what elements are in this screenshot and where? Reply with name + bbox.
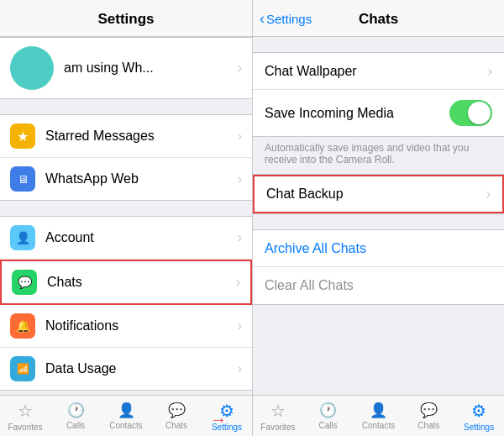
whatsapp-web-icon: 🖥 <box>10 166 35 192</box>
chats-icon: 💬 <box>12 270 37 295</box>
avatar <box>10 46 54 90</box>
calls-label-r: Calls <box>319 421 338 430</box>
calls-label: Calls <box>66 421 85 430</box>
chat-backup-item[interactable]: Chat Backup › <box>253 175 504 213</box>
chats-label: Chats <box>47 275 236 290</box>
chats-chevron: › <box>236 275 240 290</box>
chats-tab-label-r: Chats <box>417 421 439 430</box>
favorites-icon-r: ☆ <box>270 401 286 421</box>
favorites-icon: ☆ <box>18 401 33 421</box>
archive-all-label: Archive All Chats <box>265 241 492 256</box>
tab-chats-left[interactable]: 💬 Chats → <box>151 402 202 430</box>
starred-chevron: › <box>238 129 242 144</box>
back-label: Settings <box>266 12 312 26</box>
account-label: Account <box>45 230 238 245</box>
tab-favorites-right[interactable]: ☆ Favorites <box>253 401 303 432</box>
chats-item[interactable]: 💬 Chats › <box>0 260 252 305</box>
back-chevron-icon: ‹ <box>260 10 265 28</box>
right-section-3: Archive All Chats Clear All Chats <box>253 229 504 305</box>
right-section-1: Chat Wallpaper › Save Incoming Media <box>253 52 504 137</box>
tab-calls-right[interactable]: 🕐 Calls <box>303 402 354 430</box>
starred-label: Starred Messages <box>45 129 238 144</box>
right-group-3: Archive All Chats Clear All Chats <box>253 229 504 305</box>
data-usage-label: Data Usage <box>45 361 238 376</box>
settings-icon-r: ⚙ <box>471 401 486 421</box>
profile-chevron: › <box>238 60 242 76</box>
right-title: Chats <box>359 11 398 28</box>
right-panel: ‹ Settings Chats Chat Wallpaper › Save I… <box>252 0 504 436</box>
left-title: Settings <box>97 11 154 28</box>
left-tab-bar: ☆ Favorites 🕐 Calls 👤 Contacts 💬 Chats →… <box>0 395 252 436</box>
whatsapp-web-label: WhatsApp Web <box>45 171 238 186</box>
whatsapp-web-chevron: › <box>238 171 242 186</box>
arrow-icon: → <box>210 410 227 429</box>
right-group-2: Chat Backup › <box>253 174 504 214</box>
chat-backup-chevron: › <box>486 186 491 202</box>
tab-settings-right[interactable]: ⚙ Settings <box>454 401 504 432</box>
clear-all-label: Clear All Chats <box>265 278 492 293</box>
favorites-label: Favorites <box>8 423 42 432</box>
profile-item[interactable]: am using Wh... › <box>0 37 252 99</box>
left-panel: Settings am using Wh... › ★ Starred Mess… <box>0 0 252 436</box>
whatsapp-web-item[interactable]: 🖥 WhatsApp Web › <box>0 158 252 200</box>
contacts-icon: 👤 <box>118 402 135 419</box>
right-content: Chat Wallpaper › Save Incoming Media Aut… <box>253 37 504 395</box>
calls-icon: 🕐 <box>67 402 85 419</box>
save-media-label: Save Incoming Media <box>265 106 449 121</box>
starred-icon: ★ <box>10 123 35 149</box>
notifications-chevron: › <box>238 318 242 334</box>
left-header: Settings <box>0 0 252 37</box>
data-usage-chevron: › <box>238 361 242 376</box>
chat-wallpaper-label: Chat Wallpaper <box>265 64 488 79</box>
data-usage-item[interactable]: 📶 Data Usage › <box>0 348 252 390</box>
settings-list: am using Wh... › ★ Starred Messages › 🖥 … <box>0 37 252 395</box>
save-media-toggle[interactable] <box>449 100 492 126</box>
account-item[interactable]: 👤 Account › <box>0 217 252 260</box>
notifications-item[interactable]: 🔔 Notifications › <box>0 305 252 348</box>
toggle-knob <box>468 102 491 124</box>
notifications-icon: 🔔 <box>10 313 35 339</box>
save-media-item[interactable]: Save Incoming Media <box>253 90 504 136</box>
settings-group-2: 👤 Account › 💬 Chats › 🔔 Notifications › … <box>0 216 252 391</box>
back-button[interactable]: ‹ Settings <box>260 10 312 28</box>
calls-icon-r: 🕐 <box>319 402 337 419</box>
tab-settings-left[interactable]: ⚙ Settings <box>202 401 252 432</box>
starred-messages-item[interactable]: ★ Starred Messages › <box>0 115 252 158</box>
chat-backup-section: Chat Backup › <box>253 174 504 214</box>
archive-all-item[interactable]: Archive All Chats <box>253 230 504 267</box>
account-icon: 👤 <box>10 225 35 250</box>
settings-group-1: ★ Starred Messages › 🖥 WhatsApp Web › <box>0 114 252 201</box>
tab-calls-left[interactable]: 🕐 Calls <box>50 402 101 430</box>
tab-contacts-right[interactable]: 👤 Contacts <box>354 402 404 430</box>
settings-label-r: Settings <box>464 423 494 432</box>
chats-tab-label: Chats <box>165 421 187 430</box>
profile-info: am using Wh... <box>64 60 238 76</box>
clear-all-item[interactable]: Clear All Chats <box>253 267 504 304</box>
account-chevron: › <box>238 230 242 245</box>
contacts-label: Contacts <box>109 421 142 430</box>
right-header: ‹ Settings Chats <box>253 0 504 37</box>
tab-chats-right[interactable]: 💬 Chats <box>403 402 454 430</box>
contacts-icon-r: 👤 <box>370 402 387 419</box>
contacts-label-r: Contacts <box>362 421 395 430</box>
chats-tab-icon-r: 💬 <box>420 402 438 419</box>
chat-wallpaper-chevron: › <box>488 64 492 79</box>
chats-tab-icon: 💬 <box>168 402 186 419</box>
chat-wallpaper-item[interactable]: Chat Wallpaper › <box>253 53 504 90</box>
notifications-label: Notifications <box>45 318 238 334</box>
save-media-description: Automatically save images and video that… <box>253 137 504 174</box>
tab-favorites-left[interactable]: ☆ Favorites <box>0 401 50 432</box>
chat-backup-label: Chat Backup <box>266 186 486 202</box>
tab-contacts-left[interactable]: 👤 Contacts <box>101 402 151 430</box>
data-usage-icon: 📶 <box>10 356 35 381</box>
right-group-1: Chat Wallpaper › Save Incoming Media Aut… <box>253 52 504 174</box>
profile-status: am using Wh... <box>64 60 238 76</box>
favorites-label-r: Favorites <box>260 423 295 432</box>
right-tab-bar: ☆ Favorites 🕐 Calls 👤 Contacts 💬 Chats ⚙… <box>253 395 504 436</box>
